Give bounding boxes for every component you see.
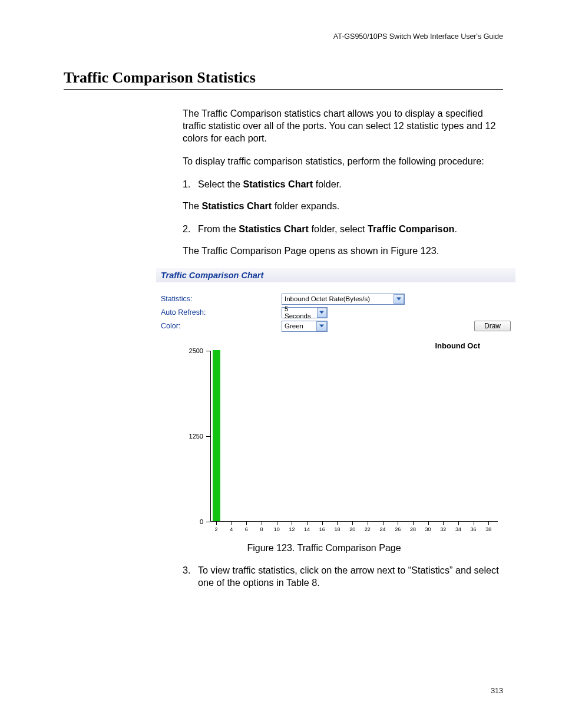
x-tick [352, 522, 353, 525]
y-tick [206, 436, 210, 437]
figure-123: Traffic Comparison Chart Statistics: Inb… [156, 268, 515, 554]
x-tick-label: 26 [395, 526, 401, 532]
x-tick [232, 522, 232, 525]
step-2-c: folder, select [309, 223, 368, 234]
chart-title: Inbound Oct [435, 341, 480, 350]
y-tick [206, 351, 210, 351]
chart-area: Inbound Oct 0125025002468101214161820222… [156, 341, 515, 536]
x-tick [246, 522, 247, 525]
x-tick-label: 28 [410, 526, 416, 532]
y-axis [210, 351, 211, 522]
step-2-b: Statistics Chart [239, 223, 309, 234]
section-title: Traffic Comparison Statistics [64, 69, 562, 87]
x-tick-label: 38 [485, 526, 491, 532]
color-select[interactable]: Green [282, 321, 328, 332]
x-tick [488, 522, 489, 525]
step-1-res-a: The [183, 200, 201, 211]
x-tick [443, 522, 444, 525]
x-tick [458, 522, 459, 525]
body-column-2: 3. To view traffic statistics, click on … [183, 564, 503, 589]
x-tick [292, 522, 292, 525]
x-tick [413, 522, 414, 525]
x-tick [322, 522, 323, 525]
chevron-down-icon[interactable] [394, 294, 404, 304]
x-tick-label: 36 [471, 526, 477, 532]
x-tick [216, 522, 217, 525]
step-1-number: 1. [183, 178, 198, 190]
x-tick [307, 522, 308, 525]
step-2: 2. From the Statistics Chart folder, sel… [183, 223, 503, 235]
x-tick-label: 16 [319, 526, 325, 532]
x-tick-label: 10 [274, 526, 280, 532]
x-tick-label: 24 [380, 526, 386, 532]
step-1-b: Statistics Chart [243, 179, 313, 189]
intro-paragraph: The Traffic Comparison statistics chart … [183, 107, 503, 144]
auto-refresh-select[interactable]: 5 Seconds [282, 307, 328, 318]
auto-refresh-label: Auto Refresh: [161, 308, 282, 317]
x-tick [262, 522, 262, 525]
page-number: 313 [491, 687, 503, 695]
section-rule [64, 89, 503, 90]
y-tick-label: 2500 [174, 347, 203, 354]
x-tick-label: 32 [440, 526, 446, 532]
figure-caption: Figure 123. Traffic Comparison Page [133, 543, 515, 554]
step-2-d: Traffic Comparison [368, 223, 455, 234]
step-3-number: 3. [183, 564, 198, 589]
step-1-text: Select the Statistics Chart folder. [198, 178, 503, 190]
x-axis [210, 521, 498, 522]
step-2-number: 2. [183, 223, 198, 235]
x-tick [277, 522, 277, 525]
color-label: Color: [161, 322, 282, 330]
step-2-result: The Traffic Comparison Page opens as sho… [183, 245, 503, 257]
x-tick-label: 2 [214, 526, 217, 532]
statistics-select-value: Inbound Octet Rate(Bytes/s) [285, 295, 370, 302]
bar [213, 350, 220, 521]
x-tick-label: 30 [425, 526, 431, 532]
step-2-text: From the Statistics Chart folder, select… [198, 223, 503, 235]
step-3: 3. To view traffic statistics, click on … [183, 564, 503, 589]
step-2-a: From the [198, 223, 239, 234]
x-tick [428, 522, 429, 525]
auto-refresh-select-value: 5 Seconds [285, 305, 315, 319]
y-tick [206, 522, 210, 522]
panel-title: Traffic Comparison Chart [156, 268, 515, 283]
step-2-e: . [454, 223, 457, 234]
page-header: AT-GS950/10PS Switch Web Interface User'… [0, 0, 562, 41]
x-tick-label: 12 [289, 526, 295, 532]
x-tick [474, 522, 474, 525]
x-tick-label: 20 [349, 526, 355, 532]
draw-button[interactable]: Draw [474, 321, 511, 331]
x-tick-label: 14 [304, 526, 310, 532]
chart-controls: Statistics: Inbound Octet Rate(Bytes/s) … [156, 283, 515, 338]
x-tick [398, 522, 398, 525]
x-tick [337, 522, 338, 525]
x-tick-label: 34 [455, 526, 461, 532]
x-tick-label: 6 [245, 526, 248, 532]
statistics-label: Statistics: [161, 295, 282, 303]
chevron-down-icon[interactable] [316, 321, 327, 331]
x-tick [368, 522, 368, 525]
y-tick-label: 1250 [174, 433, 203, 440]
body-column: The Traffic Comparison statistics chart … [183, 107, 503, 258]
x-tick-label: 22 [365, 526, 371, 532]
statistics-select[interactable]: Inbound Octet Rate(Bytes/s) [282, 294, 405, 305]
step-1-res-c: folder expands. [272, 200, 339, 211]
step-1-result: The Statistics Chart folder expands. [183, 200, 503, 212]
step-1-res-b: Statistics Chart [201, 200, 272, 211]
step-1: 1. Select the Statistics Chart folder. [183, 178, 503, 190]
step-3-text: To view traffic statistics, click on the… [198, 564, 503, 589]
color-select-value: Green [285, 322, 303, 330]
x-tick [383, 522, 384, 525]
chevron-down-icon[interactable] [317, 308, 327, 318]
y-tick-label: 0 [174, 518, 203, 525]
x-tick-label: 8 [260, 526, 263, 532]
x-tick-label: 4 [230, 526, 233, 532]
procedure-lead: To display traffic comparison statistics… [183, 155, 503, 167]
step-1-c: folder. [313, 179, 342, 189]
step-1-a: Select the [198, 179, 243, 189]
x-tick-label: 18 [334, 526, 340, 532]
